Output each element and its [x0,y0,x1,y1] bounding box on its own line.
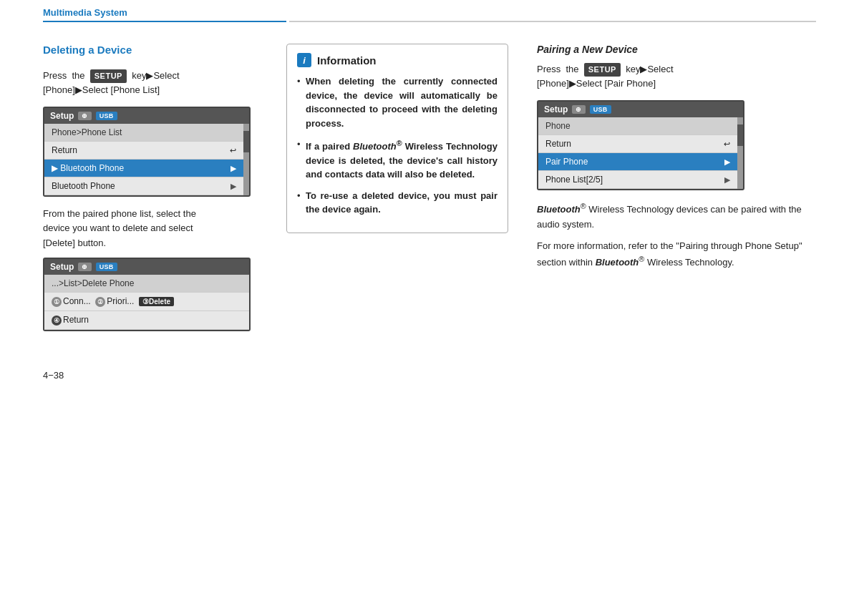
return-arrow: ↩ [230,146,236,155]
screen1-row-bluetooth-highlighted: ▶ Bluetooth Phone ▶ [44,160,243,177]
screen2-header: Setup ⊕ USB [44,259,249,275]
footer: 4−38 [0,363,859,388]
deleting-intro: Press the SETUP key▶Select [Phone]▶Selec… [43,69,265,97]
col-deleting-device: Deleting a Device Press the SETUP key▶Se… [43,44,286,341]
main-content: Deleting a Device Press the SETUP key▶Se… [0,22,859,363]
screen2-title: Setup [50,262,74,272]
screen3-badge2: USB [590,105,611,114]
screen1-badge2: USB [96,112,117,120]
info-bullet-list: When deleting the currently connected de… [297,74,498,217]
page-number: 4−38 [43,370,64,381]
info-title: Information [317,54,377,67]
screen1-row-return: Return ↩ [44,142,243,160]
screen3-row-return: Return ↩ [538,135,737,153]
screen2-row-actions: ①Conn... ②Priori... ③Delete [44,293,249,311]
screen3-return-arrow: ↩ [724,140,730,149]
pairing-intro: Press the SETUP key▶Select [Phone]▶Selec… [537,62,816,90]
screen2-body: ...>List>Delete Phone ①Conn... ②Priori..… [44,275,249,330]
header-line-gray [289,21,816,22]
header-divider [0,21,859,22]
header-title: Multimedia System [43,7,816,18]
bullet-3: To re-use a deleted device, you must pai… [297,189,498,217]
screen-delete-phone: Setup ⊕ USB ...>List>Delete Phone ①Conn.… [43,258,251,331]
screen3-body: Phone Return ↩ Pair Phone ▶ Phone List[2… [538,117,743,189]
screen2-badge2: USB [96,263,117,271]
screen3-scrollbar [737,117,743,189]
screen3-rows: Phone Return ↩ Pair Phone ▶ Phone List[2… [538,117,737,189]
header: Multimedia System [0,0,859,18]
phone-list-arrow: ▶ [724,175,730,185]
scroll-thumb [243,131,249,152]
screen1-badge1: ⊕ [78,112,91,120]
screen3-title: Setup [544,104,568,114]
circle-4: ④ [52,316,62,326]
pairing-heading: Pairing a New Device [537,44,816,55]
setup-badge-left: SETUP [90,69,127,83]
screen3-row-pair-phone: Pair Phone ▶ [538,153,737,171]
delete-para: From the paired phone list, select the d… [43,207,265,250]
screen3-header: Setup ⊕ USB [538,102,743,117]
screen3-row-phone: Phone [538,117,737,135]
screen1-row-phone-list: Phone>Phone List [44,124,243,142]
screen3-row-phone-list: Phone List[2/5] ▶ [538,171,737,189]
screen1-row-bluetooth2: Bluetooth Phone ▶ [44,177,243,195]
info-box: i Information When deleting the currentl… [286,44,508,233]
bullet-1: When deleting the currently connected de… [297,74,498,130]
bluetooth-arrow: ▶ [230,164,236,173]
pairing-para2: For more information, refer to the "Pair… [537,239,816,270]
screen3-badge1: ⊕ [572,105,585,114]
header-line-blue [43,21,286,22]
screen1-rows: Phone>Phone List Return ↩ ▶ Bluetooth Ph… [44,124,243,195]
pair-phone-arrow: ▶ [724,157,730,167]
screen1-header: Setup ⊕ USB [44,108,249,124]
bluetooth2-arrow: ▶ [230,182,236,191]
screen3-scroll-thumb [737,124,743,146]
screen2-row-path: ...>List>Delete Phone [44,275,249,293]
info-header: i Information [297,53,498,67]
screen2-rows: ...>List>Delete Phone ①Conn... ②Priori..… [44,275,249,330]
screen1-scrollbar [243,124,249,195]
setup-badge-right: SETUP [584,63,621,77]
screen1-title: Setup [50,111,74,121]
pairing-para1: Bluetooth® Wireless Technology devices c… [537,200,816,232]
deleting-device-heading: Deleting a Device [43,44,265,56]
circle-2: ② [95,297,105,307]
screen-pair-phone: Setup ⊕ USB Phone Return ↩ Pair Phone ▶ [537,100,744,190]
col-information: i Information When deleting the currentl… [286,44,530,341]
screen2-badge1: ⊕ [78,263,91,271]
col-pairing-new-device: Pairing a New Device Press the SETUP key… [530,44,816,341]
delete-badge: ③Delete [139,297,174,306]
screen1-body: Phone>Phone List Return ↩ ▶ Bluetooth Ph… [44,124,249,195]
info-icon: i [297,53,311,67]
screen-phone-list: Setup ⊕ USB Phone>Phone List Return ↩ ▶ … [43,107,251,197]
circle-1: ① [52,297,62,307]
screen2-row-return: ④Return [44,311,249,330]
bullet-2: If a paired Bluetooth® Wireless Technolo… [297,137,498,182]
